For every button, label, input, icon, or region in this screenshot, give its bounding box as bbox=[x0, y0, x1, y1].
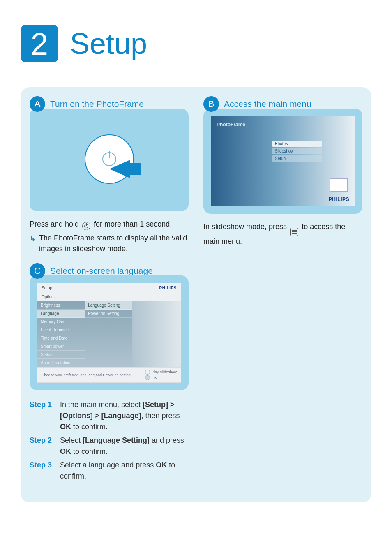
result-arrow-icon: ↳ bbox=[30, 233, 36, 254]
content-panel: A Turn on the PhotoFrame bbox=[21, 87, 371, 502]
step-body: Select a language and press OK to confir… bbox=[59, 460, 189, 482]
menu-item: Photos bbox=[272, 141, 322, 147]
page-title: Setup bbox=[70, 27, 147, 60]
philips-logo: PHILIPS bbox=[329, 197, 349, 202]
step: Step 2Select [Language Setting] and pres… bbox=[30, 435, 189, 457]
section-a-title: Turn on the PhotoFrame bbox=[50, 99, 144, 109]
setup-option: Status bbox=[37, 351, 85, 359]
setup-option: Event Reminder bbox=[37, 326, 85, 334]
section-a-instruction: Press and hold for more than 1 second. ↳… bbox=[30, 219, 189, 254]
power-inline-icon bbox=[82, 222, 90, 230]
section-a: A Turn on the PhotoFrame bbox=[30, 96, 189, 254]
setup-footer-hint: Choose your preferred language,and Power… bbox=[42, 373, 131, 377]
step-label: Step 3 bbox=[30, 460, 56, 482]
setup-screenshot: Setup PHILIPS Options BrightnessLanguage… bbox=[37, 283, 181, 383]
section-c-badge: C bbox=[30, 263, 45, 279]
step-body: In the main menu, select [Setup] > [Opti… bbox=[59, 399, 189, 432]
section-a-badge: A bbox=[30, 96, 45, 112]
step-label: Step 2 bbox=[30, 435, 56, 457]
setup-suboption: Power on Setting bbox=[85, 310, 132, 318]
setup-suboption: Language Setting bbox=[85, 301, 132, 310]
photoframe-label: PhotoFrame bbox=[217, 122, 349, 127]
setup-option: Smart power bbox=[37, 342, 85, 351]
setup-option: Language bbox=[37, 310, 85, 318]
step: Step 3Select a language and press OK to … bbox=[30, 460, 189, 482]
step-label: Step 1 bbox=[30, 399, 56, 432]
section-b-title: Access the main menu bbox=[224, 99, 311, 109]
step: Step 1In the main menu, select [Setup] >… bbox=[30, 399, 189, 432]
setup-option: Auto Orientation bbox=[37, 359, 85, 367]
setup-header-label: Setup bbox=[42, 286, 52, 290]
power-button-illustration bbox=[85, 134, 134, 184]
main-menu-screenshot: PhotoFrame PhotosSlideshowSetup PHILIPS bbox=[211, 116, 355, 206]
section-b-badge: B bbox=[203, 96, 219, 112]
menu-inline-icon bbox=[290, 228, 298, 236]
page-header: 2 Setup bbox=[21, 25, 371, 62]
section-b: B Access the main menu PhotoFrame Photos… bbox=[203, 96, 362, 247]
step-body: Select [Language Setting] and press OK t… bbox=[59, 435, 189, 457]
setup-option: Memory Card bbox=[37, 318, 85, 326]
setup-option: Brightness bbox=[37, 301, 85, 310]
menu-item: Setup bbox=[272, 155, 322, 162]
section-b-instruction: In slideshow mode, press to access the m… bbox=[203, 221, 362, 247]
section-c-title: Select on-screen language bbox=[50, 266, 153, 276]
menu-item: Slideshow bbox=[272, 148, 322, 154]
thumbnail-preview bbox=[330, 178, 348, 192]
setup-options-label: Options bbox=[37, 293, 181, 301]
section-a-illustration bbox=[30, 109, 189, 211]
section-c: C Select on-screen language Setup PHILIP… bbox=[30, 263, 189, 484]
setup-option: Time and Date bbox=[37, 334, 85, 342]
section-b-illustration: PhotoFrame PhotosSlideshowSetup PHILIPS bbox=[203, 109, 362, 214]
section-c-illustration: Setup PHILIPS Options BrightnessLanguage… bbox=[30, 275, 189, 390]
section-number-badge: 2 bbox=[21, 25, 58, 62]
philips-logo: PHILIPS bbox=[159, 286, 177, 290]
section-c-steps: Step 1In the main menu, select [Setup] >… bbox=[30, 399, 189, 482]
